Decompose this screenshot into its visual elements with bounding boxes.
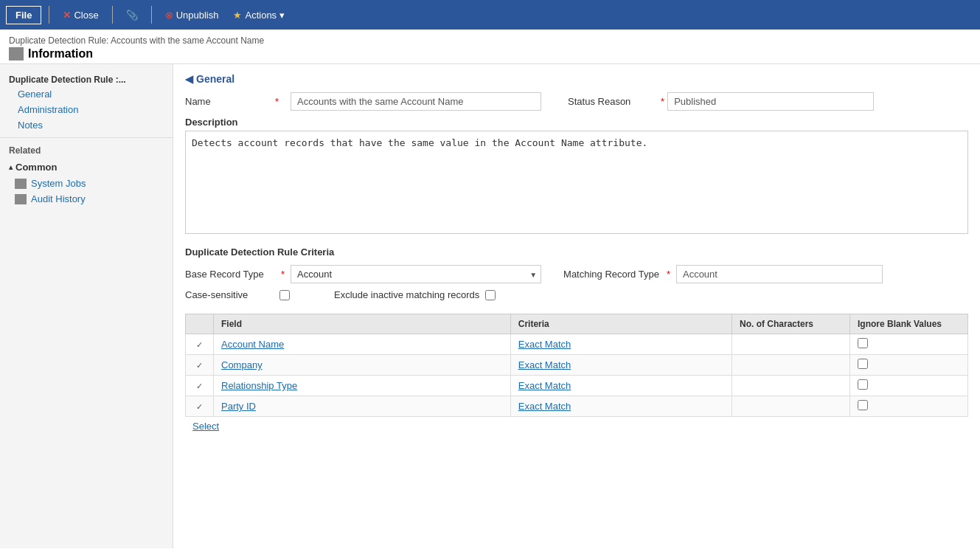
row-no-chars-cell [732,334,850,355]
ignore-blank-checkbox[interactable] [858,379,868,390]
actions-button[interactable]: ★ Actions ▾ [227,7,290,24]
status-reason-group: Status Reason * [568,92,874,111]
page-title-icon [9,47,24,61]
row-no-chars-cell [732,355,850,376]
toolbar-separator-2 [112,6,113,24]
sidebar-item-general[interactable]: General [0,86,173,102]
section-header-general: ◀ General [185,73,968,85]
matching-record-input [676,265,883,283]
select-link[interactable]: Select [185,417,226,435]
field-link[interactable]: Company [221,359,263,370]
base-record-dropdown-wrapper: Account ▼ [291,265,541,283]
name-label-group: Name * [185,96,279,107]
ignore-blank-checkbox[interactable] [858,400,868,410]
related-label: Related [0,142,173,159]
criteria-types-row: Base Record Type * Account ▼ Matching Re… [185,265,968,283]
criteria-link[interactable]: Exact Match [518,339,571,350]
name-status-row: Name * Status Reason * [185,92,968,111]
sidebar: Duplicate Detection Rule :... General Ad… [0,64,173,548]
row-field-cell: Company [214,355,511,376]
criteria-section-title: Duplicate Detection Rule Criteria [185,246,968,258]
description-label: Description [185,117,968,128]
status-reason-label: Status Reason [568,96,656,107]
breadcrumb-title: Duplicate Detection Rule: Accounts with … [9,35,971,46]
sidebar-divider [0,137,173,138]
row-no-chars-cell [732,396,850,417]
th-no-chars: No. of Characters [732,314,850,334]
base-required: * [281,269,285,280]
matching-record-label: Matching Record Type [563,269,659,280]
row-expand-btn[interactable]: ✓ [193,402,206,412]
row-chevron-cell: ✓ [186,355,214,376]
ignore-blank-checkbox[interactable] [858,359,868,369]
row-field-cell: Account Name [214,334,511,355]
field-link[interactable]: Relationship Type [221,380,297,391]
sidebar-group-common: ▴ Common [0,159,173,176]
close-icon: ✕ [63,10,71,21]
row-ignore-blank-cell [850,396,968,417]
sidebar-item-administration[interactable]: Administration [0,102,173,117]
exclude-inactive-checkbox[interactable] [485,290,496,300]
case-sensitive-label: Case-sensitive [185,289,274,300]
section-expand-icon: ◀ [185,73,193,85]
breadcrumb-area: Duplicate Detection Rule: Accounts with … [0,30,980,64]
attach-button[interactable]: 📎 [120,7,144,24]
sidebar-item-audit-history[interactable]: Audit History [0,191,173,207]
row-criteria-cell: Exact Match [510,396,731,417]
row-no-chars-cell [732,376,850,396]
case-sensitive-row: Case-sensitive [185,289,290,300]
select-row: Select [185,417,968,435]
name-label: Name [185,96,274,107]
main-layout: Duplicate Detection Rule :... General Ad… [0,64,980,548]
row-ignore-blank-cell [850,376,968,396]
row-expand-btn[interactable]: ✓ [193,382,206,391]
matching-record-group: Matching Record Type * [563,265,883,283]
table-row: ✓ Company Exact Match [186,355,968,376]
base-record-group: Base Record Type * Account ▼ [185,265,541,283]
audit-history-icon [15,194,27,204]
sidebar-item-notes[interactable]: Notes [0,117,173,133]
unpublish-icon: ⊗ [165,10,173,21]
row-criteria-cell: Exact Match [510,355,731,376]
close-button[interactable]: ✕ Close [57,7,104,24]
file-button[interactable]: File [6,6,41,24]
criteria-link[interactable]: Exact Match [518,401,571,412]
row-chevron-cell: ✓ [186,396,214,417]
sidebar-item-system-jobs[interactable]: System Jobs [0,176,173,191]
field-link[interactable]: Account Name [221,339,284,350]
criteria-link[interactable]: Exact Match [518,359,571,370]
row-ignore-blank-cell [850,355,968,376]
row-chevron-cell: ✓ [186,334,214,355]
expand-icon: ▴ [9,163,13,171]
th-field: Field [214,314,511,334]
page-title: Information [9,47,971,61]
row-criteria-cell: Exact Match [510,334,731,355]
row-chevron-cell: ✓ [186,376,214,396]
name-required: * [275,96,279,107]
content-area: ◀ General Name * Status Reason * Descrip… [173,64,980,548]
status-required: * [661,96,664,107]
toolbar-separator [49,6,49,24]
row-field-cell: Relationship Type [214,376,511,396]
matching-required: * [667,269,670,280]
exclude-inactive-label: Exclude inactive matching records [334,289,479,300]
row-expand-btn[interactable]: ✓ [193,340,206,350]
criteria-table: Field Criteria No. of Characters Ignore … [185,314,968,417]
base-record-select[interactable]: Account [291,265,541,283]
unpublish-button[interactable]: ⊗ Unpublish [159,7,225,24]
criteria-link[interactable]: Exact Match [518,380,571,391]
field-link[interactable]: Party ID [221,401,256,412]
sidebar-section-title: Duplicate Detection Rule :... [0,70,173,86]
actions-icon: ★ [233,10,242,21]
th-ignore-blank: Ignore Blank Values [850,314,968,334]
table-row: ✓ Account Name Exact Match [186,334,968,355]
exclude-inactive-row: Exclude inactive matching records [334,289,496,300]
name-input[interactable] [291,92,541,111]
row-expand-btn[interactable]: ✓ [193,361,206,370]
checkboxes-row: Case-sensitive Exclude inactive matching… [185,289,968,306]
toolbar: File ✕ Close 📎 ⊗ Unpublish ★ Actions ▾ [0,0,980,30]
case-sensitive-checkbox[interactable] [279,290,290,300]
ignore-blank-checkbox[interactable] [858,338,868,348]
row-criteria-cell: Exact Match [510,376,731,396]
description-textarea[interactable]: Detects account records that have the sa… [185,131,968,234]
